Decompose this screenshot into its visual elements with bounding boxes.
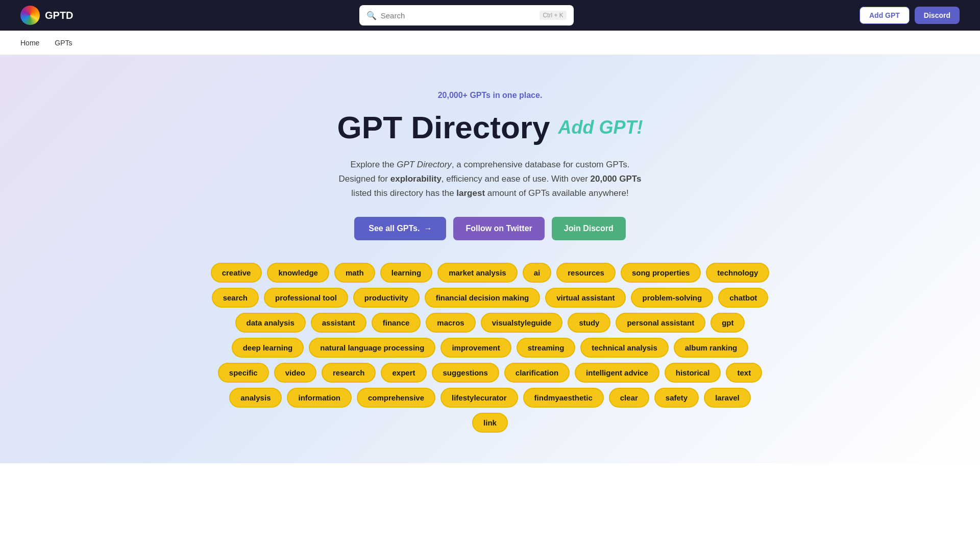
nav-home[interactable]: Home: [20, 39, 39, 47]
tag-virtual-assistant[interactable]: virtual assistant: [545, 288, 626, 308]
follow-twitter-button[interactable]: Follow on Twitter: [453, 217, 544, 240]
search-bar[interactable]: 🔍 Ctrl + K: [359, 5, 574, 26]
tag-findmyaesthetic[interactable]: findmyaesthetic: [523, 388, 604, 408]
tag-market-analysis[interactable]: market analysis: [437, 263, 518, 283]
tag-technology[interactable]: technology: [706, 263, 769, 283]
tag-creative[interactable]: creative: [211, 263, 262, 283]
tag-streaming[interactable]: streaming: [517, 338, 576, 358]
tag-laravel[interactable]: laravel: [704, 388, 751, 408]
search-shortcut: Ctrl + K: [540, 11, 566, 20]
tag-chatbot[interactable]: chatbot: [718, 288, 768, 308]
tag-natural-language-processing[interactable]: natural language processing: [309, 338, 435, 358]
tag-problem-solving[interactable]: problem-solving: [631, 288, 713, 308]
tag-research[interactable]: research: [322, 363, 376, 383]
tag-math[interactable]: math: [334, 263, 375, 283]
see-all-gpts-button[interactable]: See all GPTs. →: [354, 217, 446, 240]
tag-information[interactable]: information: [287, 388, 352, 408]
tag-clear[interactable]: clear: [609, 388, 649, 408]
search-icon: 🔍: [366, 11, 377, 20]
tag-visualstyleguide[interactable]: visualstyleguide: [481, 313, 563, 333]
hero-section: 20,000+ GPTs in one place. GPT Directory…: [0, 55, 980, 463]
tag-suggestions[interactable]: suggestions: [432, 363, 499, 383]
tag-historical[interactable]: historical: [665, 363, 721, 383]
tag-song-properties[interactable]: song properties: [621, 263, 701, 283]
tag-text[interactable]: text: [726, 363, 762, 383]
tag-financial-decision-making[interactable]: financial decision making: [425, 288, 541, 308]
tag-link[interactable]: link: [472, 413, 508, 433]
tag-productivity[interactable]: productivity: [353, 288, 420, 308]
tag-album-ranking[interactable]: album ranking: [674, 338, 749, 358]
sub-navigation: Home GPTs: [0, 31, 980, 55]
tag-data-analysis[interactable]: data analysis: [235, 313, 306, 333]
hero-title: GPT Directory: [337, 109, 550, 145]
tag-improvement[interactable]: improvement: [440, 338, 511, 358]
tag-learning[interactable]: learning: [380, 263, 432, 283]
hero-title-row: GPT Directory Add GPT!: [20, 109, 960, 145]
tag-finance[interactable]: finance: [372, 313, 421, 333]
tag-assistant[interactable]: assistant: [311, 313, 366, 333]
discord-button[interactable]: Discord: [915, 7, 960, 24]
tag-expert[interactable]: expert: [381, 363, 426, 383]
tags-area: creativeknowledgemathlearningmarket anal…: [209, 263, 771, 433]
tag-search[interactable]: search: [212, 288, 259, 308]
nav-gpts[interactable]: GPTs: [55, 39, 72, 47]
tag-ai[interactable]: ai: [523, 263, 552, 283]
tag-technical-analysis[interactable]: technical analysis: [580, 338, 668, 358]
logo-area[interactable]: GPTD: [20, 6, 74, 25]
tag-study[interactable]: study: [568, 313, 610, 333]
tag-clarification[interactable]: clarification: [504, 363, 570, 383]
tag-deep-learning[interactable]: deep learning: [232, 338, 304, 358]
tag-intelligent-advice[interactable]: intelligent advice: [575, 363, 659, 383]
hero-subtitle: 20,000+ GPTs in one place.: [20, 91, 960, 100]
tag-resources[interactable]: resources: [556, 263, 616, 283]
tag-comprehensive[interactable]: comprehensive: [357, 388, 435, 408]
logo-text: GPTD: [45, 10, 74, 21]
nav-buttons: Add GPT Discord: [860, 7, 960, 24]
join-discord-button[interactable]: Join Discord: [552, 217, 626, 240]
tag-professional-tool[interactable]: professional tool: [264, 288, 348, 308]
tag-personal-assistant[interactable]: personal assistant: [616, 313, 705, 333]
hero-description: Explore the GPT Directory, a comprehensi…: [337, 158, 643, 201]
tag-analysis[interactable]: analysis: [229, 388, 282, 408]
tag-macros[interactable]: macros: [426, 313, 475, 333]
tag-safety[interactable]: safety: [654, 388, 699, 408]
arrow-icon: →: [424, 224, 432, 233]
tag-video[interactable]: video: [274, 363, 316, 383]
tag-knowledge[interactable]: knowledge: [267, 263, 329, 283]
top-navigation: GPTD 🔍 Ctrl + K Add GPT Discord: [0, 0, 980, 31]
hero-add-gpt-label: Add GPT!: [558, 117, 643, 138]
tag-lifestylecurator[interactable]: lifestylecurator: [440, 388, 518, 408]
content-area: [0, 463, 980, 551]
tag-specific[interactable]: specific: [218, 363, 269, 383]
hero-cta: See all GPTs. → Follow on Twitter Join D…: [20, 217, 960, 240]
logo-icon: [20, 6, 40, 25]
add-gpt-button[interactable]: Add GPT: [860, 7, 910, 24]
search-input[interactable]: [381, 11, 536, 20]
tag-gpt[interactable]: gpt: [710, 313, 745, 333]
